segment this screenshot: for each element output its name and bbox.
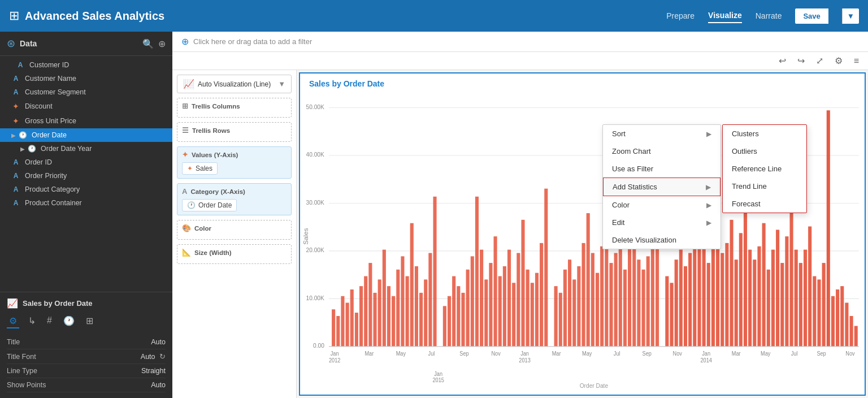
nav-prepare[interactable]: Prepare [666,9,695,23]
svg-rect-114 [813,276,816,347]
data-item-order-date[interactable]: ▶ 🕐 Order Date [0,128,172,142]
svg-rect-31 [415,266,418,347]
context-color[interactable]: Color ▶ [603,196,721,214]
order-date-tag[interactable]: 🕐 Order Date [182,199,237,211]
svg-rect-64 [577,266,580,347]
context-zoom[interactable]: Zoom Chart [603,142,721,160]
svg-text:Jan: Jan [702,351,710,357]
add-data-button[interactable]: ⊕ [158,38,166,49]
svg-rect-20 [364,276,367,347]
data-item-customer-name[interactable]: A Customer Name [0,72,172,85]
svg-rect-91 [707,263,710,347]
data-icon: ⊛ [7,37,15,50]
svg-text:Sep: Sep [817,351,826,357]
data-item-order-id[interactable]: A Order ID [0,155,172,169]
data-item-customer-segment[interactable]: A Customer Segment [0,85,172,99]
svg-text:50.00K: 50.00K [306,103,325,110]
menu-button[interactable]: ≡ [852,55,861,67]
tab-clock[interactable]: 🕐 [61,314,77,328]
svg-rect-69 [600,246,604,347]
svg-rect-119 [836,289,839,347]
search-button[interactable]: 🔍 [142,38,154,49]
svg-text:Sep: Sep [459,351,469,357]
tab-transform[interactable]: ↳ [26,314,38,328]
app-title: Advanced Sales Analytics [25,10,666,23]
svg-rect-52 [517,253,520,346]
order-date-icon: 🕐 [187,201,196,209]
svg-rect-87 [688,253,692,346]
svg-rect-107 [780,263,784,347]
svg-rect-25 [387,286,390,347]
context-sort[interactable]: Sort ▶ [603,125,721,142]
data-item-customer-id[interactable]: A Customer ID [0,58,172,72]
text-icon: A [11,172,20,180]
svg-rect-58 [544,189,548,347]
save-dropdown-button[interactable]: ▼ [842,8,859,24]
svg-rect-65 [581,243,585,347]
nav-narrate[interactable]: Narrate [756,9,782,23]
submenu-trend-line[interactable]: Trend Line [723,178,806,195]
settings-button[interactable]: ⚙ [832,54,845,67]
data-item-product-category[interactable]: A Product Category [0,183,172,196]
data-item-order-date-year[interactable]: ▶ 🕐 Order Date Year [0,142,172,155]
share-button[interactable]: ⤢ [814,54,826,67]
values-yaxis-section: ✦ Values (Y-Axis) ✦ Sales [177,146,292,179]
svg-rect-105 [771,250,775,347]
nav-visualize[interactable]: Visualize [708,8,742,23]
viz-type-text: Auto Visualization (Line) [198,80,275,88]
svg-rect-88 [693,233,696,347]
undo-button[interactable]: ↩ [776,54,788,67]
text-icon: A [11,158,20,166]
filter-icon: ⊕ [181,36,189,47]
filter-bar[interactable]: ⊕ Click here or drag data to add a filte… [172,32,868,52]
svg-rect-62 [568,259,571,347]
svg-text:2013: 2013 [519,357,531,364]
viz-type-selector[interactable]: 📈 Auto Visualization (Line) ▼ [177,75,292,93]
sidebar-bottom: 📈 Sales by Order Date ⚙ ↳ # 🕐 ⊞ Title Au… [0,292,172,398]
refresh-icon[interactable]: ↻ [159,353,166,361]
svg-text:40.00K: 40.00K [306,151,325,158]
svg-text:Sep: Sep [643,351,652,357]
svg-rect-13 [332,309,335,347]
svg-rect-82 [665,276,669,347]
color-icon: 🎨 [182,224,191,232]
svg-rect-98 [739,233,743,347]
toolbar: ↩ ↪ ⤢ ⚙ ≡ [172,52,868,70]
save-button[interactable]: Save [795,8,828,24]
sales-tag-icon: ✦ [187,165,193,172]
svg-rect-38 [452,276,455,347]
submenu-outliers[interactable]: Outliers [723,142,806,160]
submenu-reference-line[interactable]: Reference Line [723,160,806,178]
svg-rect-44 [480,250,483,347]
data-item-gross-unit-price[interactable]: ✦ Gross Unit Price [0,114,172,128]
svg-rect-101 [753,259,756,347]
context-add-statistics[interactable]: Add Statistics ▶ [603,178,721,196]
svg-rect-90 [702,243,706,347]
tab-settings[interactable]: ⚙ [7,314,19,328]
submenu-clusters[interactable]: Clusters [723,125,806,142]
svg-text:0.00: 0.00 [313,342,324,349]
svg-text:Jan: Jan [520,351,529,357]
sales-tag[interactable]: ✦ Sales [182,162,218,175]
svg-text:Sales: Sales [303,228,309,245]
redo-button[interactable]: ↪ [795,54,807,67]
submenu-forecast[interactable]: Forecast [723,195,806,213]
context-delete[interactable]: Delete Visualization [603,231,721,249]
data-item-product-container[interactable]: A Product Container [0,196,172,210]
svg-rect-121 [845,302,848,346]
svg-rect-61 [563,270,567,347]
svg-rect-66 [587,213,590,347]
context-filter[interactable]: Use as Filter [603,160,721,178]
svg-rect-60 [559,293,562,347]
trellis-columns-icon: ⊞ [182,102,188,110]
size-icon: 📐 [182,248,191,257]
data-item-discount[interactable]: ✦ Discount [0,99,172,114]
data-item-order-priority[interactable]: A Order Priority [0,169,172,183]
tab-hash[interactable]: # [45,314,54,328]
svg-rect-45 [484,279,488,347]
svg-rect-96 [730,220,733,347]
tab-data[interactable]: ⊞ [84,314,96,328]
svg-rect-115 [817,279,821,347]
context-edit[interactable]: Edit ▶ [603,214,721,231]
svg-rect-33 [424,279,427,347]
